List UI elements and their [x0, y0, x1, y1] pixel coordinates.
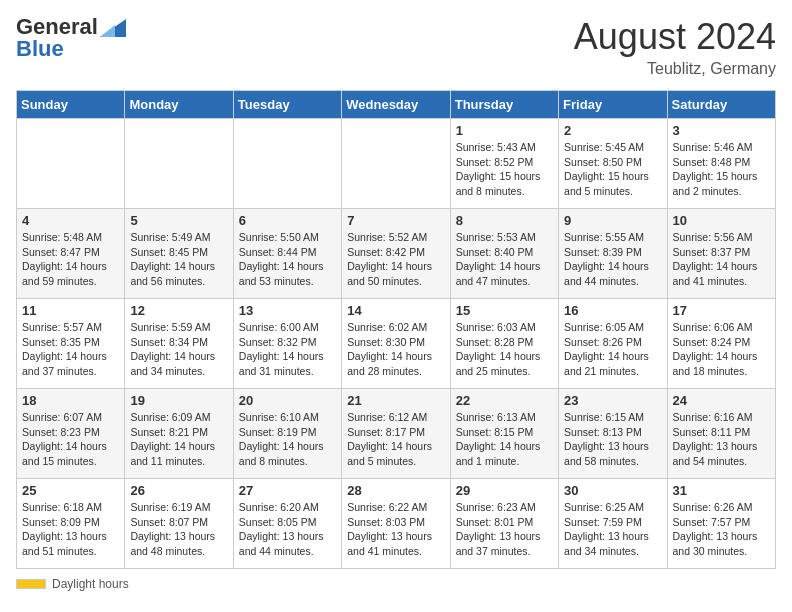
calendar-cell: 29Sunrise: 6:23 AMSunset: 8:01 PMDayligh… [450, 479, 558, 569]
legend-label: Daylight hours [52, 577, 129, 591]
day-number: 16 [564, 303, 661, 318]
calendar-cell: 19Sunrise: 6:09 AMSunset: 8:21 PMDayligh… [125, 389, 233, 479]
legend: Daylight hours [16, 577, 776, 591]
day-info: Sunrise: 5:43 AMSunset: 8:52 PMDaylight:… [456, 140, 553, 199]
day-info: Sunrise: 6:09 AMSunset: 8:21 PMDaylight:… [130, 410, 227, 469]
calendar-cell: 26Sunrise: 6:19 AMSunset: 8:07 PMDayligh… [125, 479, 233, 569]
day-info: Sunrise: 6:15 AMSunset: 8:13 PMDaylight:… [564, 410, 661, 469]
calendar-cell [233, 119, 341, 209]
day-info: Sunrise: 6:00 AMSunset: 8:32 PMDaylight:… [239, 320, 336, 379]
month-title: August 2024 [574, 16, 776, 58]
column-header-friday: Friday [559, 91, 667, 119]
legend-bar [16, 579, 46, 589]
calendar-cell: 6Sunrise: 5:50 AMSunset: 8:44 PMDaylight… [233, 209, 341, 299]
day-number: 22 [456, 393, 553, 408]
day-info: Sunrise: 6:22 AMSunset: 8:03 PMDaylight:… [347, 500, 444, 559]
day-info: Sunrise: 6:16 AMSunset: 8:11 PMDaylight:… [673, 410, 770, 469]
day-number: 19 [130, 393, 227, 408]
calendar-cell: 1Sunrise: 5:43 AMSunset: 8:52 PMDaylight… [450, 119, 558, 209]
calendar-cell: 5Sunrise: 5:49 AMSunset: 8:45 PMDaylight… [125, 209, 233, 299]
column-header-saturday: Saturday [667, 91, 775, 119]
day-info: Sunrise: 5:56 AMSunset: 8:37 PMDaylight:… [673, 230, 770, 289]
calendar-cell: 23Sunrise: 6:15 AMSunset: 8:13 PMDayligh… [559, 389, 667, 479]
day-info: Sunrise: 5:55 AMSunset: 8:39 PMDaylight:… [564, 230, 661, 289]
day-number: 12 [130, 303, 227, 318]
calendar-cell: 25Sunrise: 6:18 AMSunset: 8:09 PMDayligh… [17, 479, 125, 569]
calendar-cell: 21Sunrise: 6:12 AMSunset: 8:17 PMDayligh… [342, 389, 450, 479]
day-number: 31 [673, 483, 770, 498]
calendar-cell [17, 119, 125, 209]
column-header-sunday: Sunday [17, 91, 125, 119]
calendar-cell: 15Sunrise: 6:03 AMSunset: 8:28 PMDayligh… [450, 299, 558, 389]
day-number: 9 [564, 213, 661, 228]
calendar-cell: 9Sunrise: 5:55 AMSunset: 8:39 PMDaylight… [559, 209, 667, 299]
day-number: 13 [239, 303, 336, 318]
day-number: 5 [130, 213, 227, 228]
day-info: Sunrise: 6:13 AMSunset: 8:15 PMDaylight:… [456, 410, 553, 469]
calendar-cell: 7Sunrise: 5:52 AMSunset: 8:42 PMDaylight… [342, 209, 450, 299]
day-info: Sunrise: 5:45 AMSunset: 8:50 PMDaylight:… [564, 140, 661, 199]
logo-general-text: General [16, 16, 98, 38]
calendar-cell: 17Sunrise: 6:06 AMSunset: 8:24 PMDayligh… [667, 299, 775, 389]
day-info: Sunrise: 6:10 AMSunset: 8:19 PMDaylight:… [239, 410, 336, 469]
day-info: Sunrise: 5:48 AMSunset: 8:47 PMDaylight:… [22, 230, 119, 289]
day-number: 14 [347, 303, 444, 318]
day-info: Sunrise: 6:02 AMSunset: 8:30 PMDaylight:… [347, 320, 444, 379]
day-info: Sunrise: 6:06 AMSunset: 8:24 PMDaylight:… [673, 320, 770, 379]
day-number: 23 [564, 393, 661, 408]
logo: General Blue [16, 16, 126, 62]
day-number: 18 [22, 393, 119, 408]
day-number: 15 [456, 303, 553, 318]
day-number: 1 [456, 123, 553, 138]
calendar-cell: 16Sunrise: 6:05 AMSunset: 8:26 PMDayligh… [559, 299, 667, 389]
svg-marker-1 [100, 25, 115, 37]
day-number: 7 [347, 213, 444, 228]
calendar-cell: 4Sunrise: 5:48 AMSunset: 8:47 PMDaylight… [17, 209, 125, 299]
calendar-cell: 24Sunrise: 6:16 AMSunset: 8:11 PMDayligh… [667, 389, 775, 479]
day-number: 4 [22, 213, 119, 228]
day-number: 2 [564, 123, 661, 138]
day-info: Sunrise: 6:18 AMSunset: 8:09 PMDaylight:… [22, 500, 119, 559]
logo-flag-icon [100, 17, 126, 37]
calendar-cell: 27Sunrise: 6:20 AMSunset: 8:05 PMDayligh… [233, 479, 341, 569]
day-info: Sunrise: 5:46 AMSunset: 8:48 PMDaylight:… [673, 140, 770, 199]
day-number: 26 [130, 483, 227, 498]
day-info: Sunrise: 5:53 AMSunset: 8:40 PMDaylight:… [456, 230, 553, 289]
location-text: Teublitz, Germany [574, 60, 776, 78]
calendar-cell [342, 119, 450, 209]
day-info: Sunrise: 6:05 AMSunset: 8:26 PMDaylight:… [564, 320, 661, 379]
day-info: Sunrise: 6:23 AMSunset: 8:01 PMDaylight:… [456, 500, 553, 559]
day-number: 17 [673, 303, 770, 318]
day-number: 29 [456, 483, 553, 498]
calendar-table: SundayMondayTuesdayWednesdayThursdayFrid… [16, 90, 776, 569]
day-number: 24 [673, 393, 770, 408]
calendar-week-row: 4Sunrise: 5:48 AMSunset: 8:47 PMDaylight… [17, 209, 776, 299]
calendar-cell: 20Sunrise: 6:10 AMSunset: 8:19 PMDayligh… [233, 389, 341, 479]
day-info: Sunrise: 5:57 AMSunset: 8:35 PMDaylight:… [22, 320, 119, 379]
day-number: 27 [239, 483, 336, 498]
calendar-cell: 18Sunrise: 6:07 AMSunset: 8:23 PMDayligh… [17, 389, 125, 479]
calendar-cell: 30Sunrise: 6:25 AMSunset: 7:59 PMDayligh… [559, 479, 667, 569]
day-info: Sunrise: 5:49 AMSunset: 8:45 PMDaylight:… [130, 230, 227, 289]
day-info: Sunrise: 6:03 AMSunset: 8:28 PMDaylight:… [456, 320, 553, 379]
column-header-tuesday: Tuesday [233, 91, 341, 119]
calendar-cell: 28Sunrise: 6:22 AMSunset: 8:03 PMDayligh… [342, 479, 450, 569]
calendar-cell: 11Sunrise: 5:57 AMSunset: 8:35 PMDayligh… [17, 299, 125, 389]
day-number: 21 [347, 393, 444, 408]
day-info: Sunrise: 6:25 AMSunset: 7:59 PMDaylight:… [564, 500, 661, 559]
day-number: 3 [673, 123, 770, 138]
day-number: 20 [239, 393, 336, 408]
calendar-cell: 8Sunrise: 5:53 AMSunset: 8:40 PMDaylight… [450, 209, 558, 299]
calendar-week-row: 18Sunrise: 6:07 AMSunset: 8:23 PMDayligh… [17, 389, 776, 479]
column-header-thursday: Thursday [450, 91, 558, 119]
day-info: Sunrise: 6:12 AMSunset: 8:17 PMDaylight:… [347, 410, 444, 469]
day-number: 28 [347, 483, 444, 498]
logo-blue-text: Blue [16, 36, 64, 62]
day-info: Sunrise: 6:19 AMSunset: 8:07 PMDaylight:… [130, 500, 227, 559]
calendar-cell: 10Sunrise: 5:56 AMSunset: 8:37 PMDayligh… [667, 209, 775, 299]
day-info: Sunrise: 6:07 AMSunset: 8:23 PMDaylight:… [22, 410, 119, 469]
page-header: General Blue August 2024 Teublitz, Germa… [16, 16, 776, 78]
day-number: 11 [22, 303, 119, 318]
calendar-week-row: 25Sunrise: 6:18 AMSunset: 8:09 PMDayligh… [17, 479, 776, 569]
title-area: August 2024 Teublitz, Germany [574, 16, 776, 78]
